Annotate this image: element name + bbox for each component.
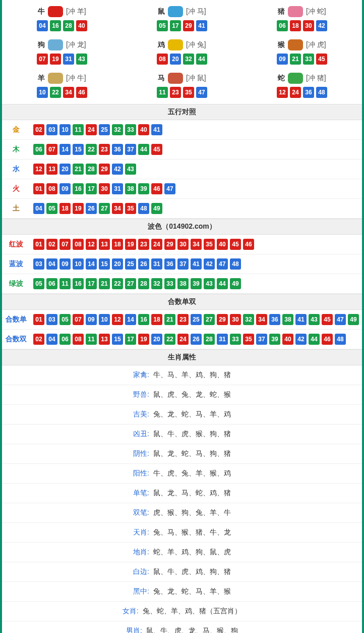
ball-25: 25	[191, 314, 202, 325]
ball-49: 49	[151, 203, 162, 214]
ball-40: 40	[138, 124, 149, 135]
ball-05: 05	[59, 314, 71, 325]
ball-16: 16	[73, 183, 84, 194]
ball-48: 48	[138, 203, 149, 214]
ball-23: 23	[138, 239, 149, 250]
zodiac-clash: [冲 牛]	[66, 74, 86, 82]
heshu-title: 合数单双	[2, 294, 362, 310]
ball-04: 04	[33, 203, 44, 214]
ball-12: 12	[33, 164, 44, 175]
ball-13: 13	[99, 239, 110, 250]
ball-49: 49	[230, 278, 241, 289]
attr-key: 吉美:	[133, 410, 149, 418]
ball-16: 16	[138, 314, 149, 325]
ball-41: 41	[151, 124, 162, 135]
zodiac-balls: 04162840	[2, 20, 122, 31]
attr-val: 鼠、龙、蛇、马、狗、猪	[153, 449, 231, 457]
ball-21: 21	[99, 278, 110, 289]
ball-47: 47	[335, 314, 346, 325]
ball-05: 05	[46, 203, 57, 214]
attr-row-10: 白边: 鼠、牛、虎、鸡、狗、猪	[2, 562, 362, 582]
ball-04: 04	[46, 258, 57, 270]
ball-38: 38	[177, 278, 189, 289]
ball-31: 31	[217, 334, 228, 345]
zodiac-title: 猴 [冲 虎]	[242, 39, 362, 50]
ball-03: 03	[46, 314, 57, 325]
attr-key: 男肖:	[126, 626, 142, 633]
ball-32: 32	[243, 314, 254, 325]
zodiac-name: 马	[158, 74, 165, 82]
ball-12: 12	[86, 239, 97, 250]
ball-18: 18	[151, 314, 162, 325]
attr-row-7: 双笔: 虎、猴、狗、兔、羊、牛	[2, 503, 362, 523]
wuxing-row-0: 金 02031011242532334041	[2, 120, 362, 140]
ball-01: 01	[33, 314, 44, 325]
ball-30: 30	[177, 239, 189, 250]
attr-row-3: 凶丑: 鼠、牛、虎、猴、狗、猪	[2, 425, 362, 444]
ball-27: 27	[99, 203, 110, 214]
zodiac-cell-0: 牛 [冲 羊] 04162840	[2, 2, 122, 35]
zodiac-title: 鸡 [冲 兔]	[122, 39, 242, 50]
attr-val: 牛、马、羊、鸡、狗、猪	[153, 371, 231, 379]
ball-22: 22	[112, 278, 123, 289]
ball-36: 36	[303, 87, 314, 98]
attr-val: 兔、马、猴、猪、牛、龙	[153, 528, 231, 536]
ball-29: 29	[99, 164, 110, 175]
ball-37: 37	[256, 334, 267, 345]
zodiac-balls: 08203244	[122, 54, 242, 65]
ball-33: 33	[125, 124, 136, 135]
ball-20: 20	[59, 164, 71, 175]
zodiac-cell-5: 猴 [冲 虎] 09213345	[242, 35, 362, 69]
ball-29: 29	[183, 20, 194, 31]
zodiac-cell-6: 羊 [冲 牛] 10223446	[2, 69, 122, 102]
zodiac-name: 羊	[38, 74, 45, 82]
ball-34: 34	[63, 87, 74, 98]
attr-key: 阳性:	[133, 469, 149, 477]
zodiac-title: 牛 [冲 羊]	[2, 6, 122, 17]
ball-48: 48	[335, 334, 346, 345]
ball-18: 18	[59, 203, 71, 214]
zodiac-icon	[48, 39, 63, 50]
ball-46: 46	[243, 239, 254, 250]
ball-44: 44	[309, 334, 320, 345]
ball-02: 02	[33, 124, 44, 135]
ball-10: 10	[73, 258, 84, 270]
ball-32: 32	[151, 278, 162, 289]
zodiac-name: 蛇	[278, 74, 285, 82]
ball-28: 28	[138, 278, 149, 289]
ball-47: 47	[164, 183, 175, 194]
ball-37: 37	[177, 258, 189, 270]
attr-row-9: 地肖: 蛇、羊、鸡、狗、鼠、虎	[2, 543, 362, 562]
ball-46: 46	[322, 334, 333, 345]
ball-24: 24	[86, 124, 97, 135]
heshu-row-1: 合数双 020406081113151719202224262831333537…	[2, 330, 362, 349]
zodiac-name: 牛	[38, 7, 45, 15]
attr-val: 虎、猴、狗、兔、羊、牛	[153, 508, 231, 516]
ball-22: 22	[50, 87, 61, 98]
ball-30: 30	[303, 20, 314, 31]
row-label: 绿波	[2, 275, 30, 292]
zodiac-title: 鼠 [冲 马]	[122, 6, 242, 17]
zodiac-clash: [冲 虎]	[306, 40, 326, 48]
ball-32: 32	[112, 124, 123, 135]
ball-01: 01	[33, 183, 44, 194]
ball-03: 03	[33, 258, 44, 270]
ball-38: 38	[282, 314, 293, 325]
zodiac-clash: [冲 龙]	[66, 40, 86, 48]
ball-29: 29	[217, 314, 228, 325]
ball-19: 19	[73, 203, 84, 214]
ball-09: 09	[86, 314, 97, 325]
ball-11: 11	[157, 87, 168, 98]
attr-key: 地肖:	[133, 548, 149, 556]
ball-06: 06	[33, 144, 44, 155]
row-balls: 05061116172122272832333839434449	[30, 274, 362, 293]
attr-val: 兔、龙、蛇、马、羊、鸡	[153, 410, 231, 418]
ball-09: 09	[59, 183, 71, 194]
attr-val: 鼠、牛、虎、猴、狗、猪	[153, 430, 231, 438]
ball-21: 21	[164, 314, 175, 325]
ball-49: 49	[348, 314, 359, 325]
zodiac-title: 狗 [冲 龙]	[2, 39, 122, 50]
ball-44: 44	[138, 144, 149, 155]
ball-26: 26	[191, 334, 202, 345]
zodiac-title: 羊 [冲 牛]	[2, 73, 122, 84]
